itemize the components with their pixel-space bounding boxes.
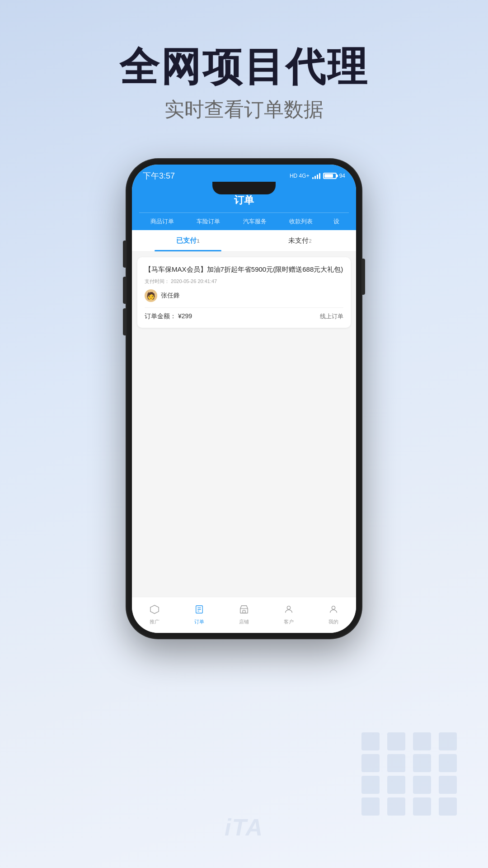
phone-frame: 下午3:57 HD 4G+ 94 [127,159,361,638]
unpaid-badge: 2 [309,238,311,244]
main-title: 全网项目代理 [0,45,488,89]
page-heading: 全网项目代理 实时查看订单数据 [0,0,488,123]
phone-wrapper: 下午3:57 HD 4G+ 94 [0,159,488,638]
main-subtitle: 实时查看订单数据 [0,96,488,123]
phone-screen: 下午3:57 HD 4G+ 94 [132,165,356,633]
nav-tab-payment-list[interactable]: 收款列表 [278,213,324,230]
nav-tab-car-insurance[interactable]: 车险订单 [185,213,231,230]
content-area: 【马车保MAX会员】加油7折起年省5900元(限时赠送688元大礼包) 支付时间… [132,252,356,597]
promote-icon [150,604,160,617]
status-icons: HD 4G+ 94 [290,173,345,179]
order-user-row: 🧑 张任鋒 [145,289,343,302]
order-username: 张任鋒 [161,292,180,300]
store-label: 店铺 [239,618,249,625]
bottom-nav-customer[interactable]: 客户 [267,597,311,633]
customer-icon [284,604,294,617]
avatar: 🧑 [145,289,157,302]
order-product-title: 【马车保MAX会员】加油7折起年省5900元(限时赠送688元大礼包) [145,264,343,275]
order-footer: 订单金额： ¥299 线上订单 [145,307,343,321]
order-icon [194,604,204,617]
bottom-nav-order[interactable]: 订单 [177,597,221,633]
svg-rect-5 [243,610,245,613]
order-amount: 订单金额： ¥299 [145,312,192,321]
order-label: 订单 [194,618,204,625]
order-card: 【马车保MAX会员】加油7折起年省5900元(限时赠送688元大礼包) 支付时间… [137,257,351,328]
battery-level: 94 [339,173,345,179]
sub-tabs: 已支付1 未支付2 [132,230,356,252]
mine-label: 我的 [328,618,338,625]
notch [212,182,276,194]
svg-point-7 [332,606,335,609]
mine-icon [328,604,338,617]
bg-decoration [361,732,461,832]
status-time: 下午3:57 [143,170,175,181]
bottom-nav-promote[interactable]: 推广 [132,597,177,633]
sub-tab-paid[interactable]: 已支付1 [132,230,244,251]
customer-label: 客户 [284,618,294,625]
bottom-nav-mine[interactable]: 我的 [311,597,356,633]
promote-label: 推广 [150,618,160,625]
svg-point-6 [287,606,291,609]
order-pay-time: 支付时间： 2020-05-26 20:41:47 [145,278,343,285]
network-label: HD 4G+ [290,173,310,179]
order-type: 线上订单 [320,312,343,321]
svg-rect-4 [240,609,248,613]
battery-icon [323,173,337,179]
nav-tab-settings[interactable]: 设 [324,213,349,230]
bottom-nav-store[interactable]: 店铺 [221,597,266,633]
sub-tab-unpaid[interactable]: 未支付2 [244,230,356,251]
paid-badge: 1 [197,238,199,244]
ita-watermark: iTA [225,814,263,841]
signal-icon [312,173,320,179]
bottom-nav: 推广 订单 [132,597,356,633]
nav-tab-car-service[interactable]: 汽车服务 [231,213,277,230]
nav-tab-goods[interactable]: 商品订单 [139,213,185,230]
nav-tabs: 商品订单 车险订单 汽车服务 收款列表 设 [139,212,349,230]
app-title: 订单 [139,193,349,212]
store-icon [239,604,249,617]
